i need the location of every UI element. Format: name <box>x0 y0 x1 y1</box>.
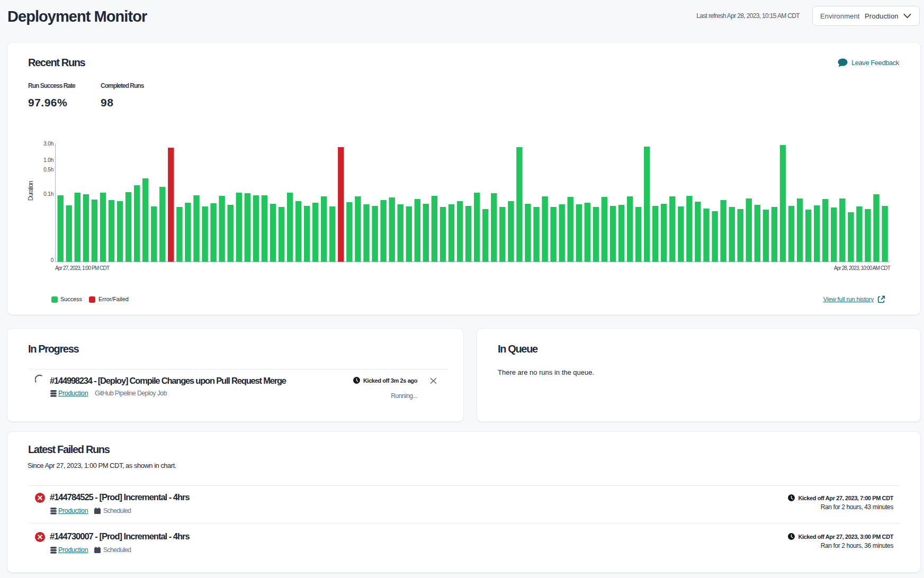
svg-text:Duration: Duration <box>27 181 34 201</box>
svg-text:0.1h: 0.1h <box>43 191 53 197</box>
svg-text:3.0h: 3.0h <box>43 141 53 147</box>
svg-text:Apr 28, 2023, 10:00 AM CDT: Apr 28, 2023, 10:00 AM CDT <box>834 265 891 271</box>
svg-text:0.5h: 0.5h <box>43 167 53 173</box>
svg-text:Apr 27, 2023, 1:00 PM CDT: Apr 27, 2023, 1:00 PM CDT <box>55 265 110 271</box>
svg-text:0: 0 <box>51 257 54 263</box>
svg-text:1.0h: 1.0h <box>43 157 53 163</box>
